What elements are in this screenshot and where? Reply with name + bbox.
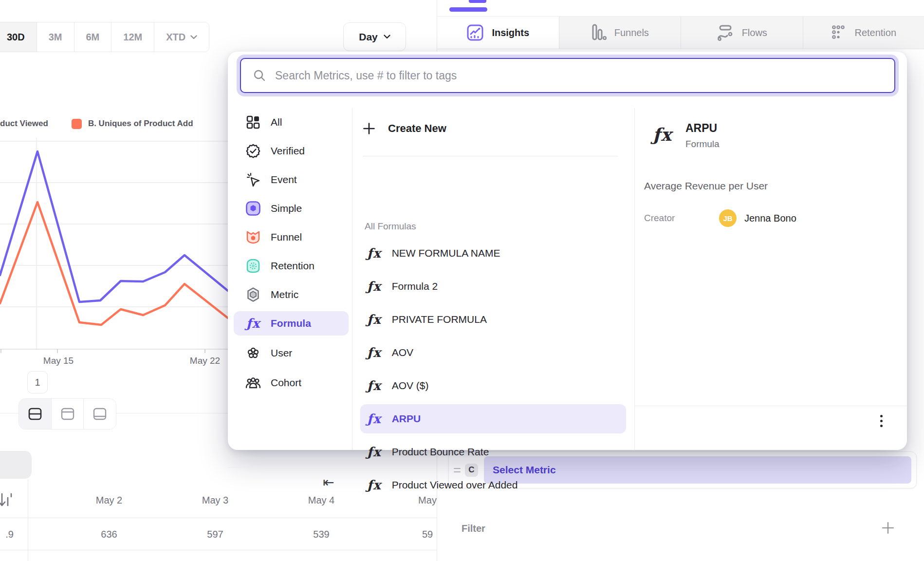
create-new-button[interactable]: Create New (363, 116, 446, 141)
section-label: All Formulas (365, 221, 416, 232)
create-new-label: Create New (388, 122, 446, 135)
category-label: Simple (271, 203, 302, 214)
user-icon (244, 345, 262, 361)
divider (363, 156, 618, 156)
detail-description: Average Revenue per User (644, 180, 768, 192)
formula-fx-icon: ƒx (367, 479, 381, 491)
app-screen: 30D 3M 6M 12M XTD Day duct Viewed B. Uni… (0, 0, 924, 561)
funnel-icon (244, 230, 262, 244)
more-options-icon[interactable] (880, 415, 883, 427)
formula-name: PRIVATE FORMULA (392, 314, 487, 325)
search-focus-ring (237, 55, 899, 96)
tab-label: Funnels (614, 27, 649, 38)
layout-split-icon (28, 408, 42, 420)
tab-label: Retention (854, 27, 896, 38)
tab-retention[interactable]: Retention (803, 17, 924, 49)
formula-item[interactable]: ƒx PRIVATE FORMULA (360, 305, 626, 334)
formula-fx-icon: ƒx (367, 313, 381, 326)
formula-list-column: Create New All Formulas ƒx NEW FORMULA N… (352, 108, 635, 450)
table-header[interactable]: May 2 (70, 495, 148, 506)
category-label: Cohort (271, 377, 301, 389)
creator-name: Jenna Bono (744, 213, 796, 224)
detail-title: ARPU (685, 122, 720, 135)
category-formula[interactable]: ƒx Formula (234, 311, 349, 336)
category-label: Verified (271, 145, 305, 157)
search-icon (253, 69, 266, 82)
tab-label: Insights (492, 27, 529, 38)
avatar: JB (719, 209, 737, 227)
plus-icon (363, 122, 375, 135)
formula-item[interactable]: ƒx Formula 2 (360, 272, 626, 301)
layout-split-button[interactable] (19, 399, 52, 429)
add-filter-button[interactable] (882, 522, 894, 534)
metric-picker-modal: All Verified (228, 52, 907, 450)
formula-item[interactable]: ƒx NEW FORMULA NAME (360, 239, 626, 268)
series-pill-partial[interactable] (0, 451, 32, 479)
formula-fx-icon: ƒx (367, 280, 381, 293)
table-cell: 539 (282, 529, 360, 540)
table-cell: 59 (388, 529, 437, 540)
formula-item[interactable]: ƒx Product Bounce Rate (360, 437, 626, 467)
category-all[interactable]: All (234, 110, 349, 134)
page-number-button[interactable]: 1 (27, 371, 48, 393)
page-number: 1 (35, 377, 40, 388)
formula-name: AOV ($) (392, 380, 429, 392)
event-cursor-icon (244, 172, 262, 187)
formula-item[interactable]: ƒx Product Viewed over Added (360, 470, 626, 500)
tab-funnels[interactable]: Funnels (559, 17, 682, 49)
formula-name: Formula 2 (392, 280, 438, 292)
simple-icon (244, 201, 262, 216)
table-row-line (0, 550, 437, 550)
formula-item[interactable]: ƒx AOV (360, 338, 626, 367)
flows-icon (717, 24, 734, 41)
detail-type: Formula (685, 139, 720, 150)
category-label: User (271, 347, 292, 359)
collapse-sidebar-icon[interactable]: ⇤ (323, 476, 334, 489)
table-cell: 597 (176, 529, 254, 540)
formula-fx-icon: ƒx (367, 346, 381, 359)
active-nav-indicator (469, 0, 486, 3)
formula-name: NEW FORMULA NAME (392, 247, 500, 259)
creator-label: Creator (644, 213, 708, 224)
layout-bottom-button[interactable] (84, 399, 116, 429)
table-header[interactable]: May 3 (176, 495, 254, 506)
formula-item-selected[interactable]: ƒx ARPU (360, 404, 626, 433)
layout-toggle-group (18, 398, 116, 430)
category-metric[interactable]: Metric (234, 282, 349, 307)
category-retention[interactable]: Retention (234, 254, 349, 278)
table-header[interactable]: May 4 (282, 495, 360, 506)
formula-fx-icon: ƒx (244, 317, 262, 330)
table-cell-partial: .9 (0, 529, 14, 540)
category-user[interactable]: User (234, 341, 349, 365)
category-funnel[interactable]: Funnel (234, 225, 349, 249)
table-divider (28, 480, 28, 561)
category-event[interactable]: Event (234, 168, 349, 192)
tab-label: Flows (742, 27, 767, 38)
formula-name: Product Viewed over Added (392, 479, 518, 491)
category-simple[interactable]: Simple (234, 196, 349, 221)
layout-top-icon (61, 408, 74, 420)
cohort-icon (244, 376, 262, 390)
search-field (240, 58, 895, 93)
tab-flows[interactable]: Flows (681, 17, 803, 49)
category-verified[interactable]: Verified (234, 139, 349, 163)
active-nav-underline (449, 7, 487, 12)
category-cohort[interactable]: Cohort (234, 371, 349, 395)
formula-name: ARPU (392, 413, 421, 425)
metric-icon (244, 287, 262, 302)
divider (228, 467, 352, 468)
layout-bottom-icon (93, 408, 107, 420)
category-sidebar: All Verified (228, 108, 352, 450)
formula-fx-icon: ƒx (653, 126, 672, 150)
formula-item[interactable]: ƒx AOV ($) (360, 371, 626, 400)
search-input[interactable] (274, 69, 894, 83)
formula-name: AOV (392, 347, 413, 358)
layout-top-button[interactable] (52, 399, 84, 429)
sort-icon[interactable] (0, 492, 13, 509)
category-label: Formula (271, 318, 311, 329)
divider (634, 406, 907, 406)
tab-insights[interactable]: Insights (437, 17, 559, 49)
funnels-icon (591, 24, 607, 41)
retention-icon (244, 258, 262, 274)
formula-detail-panel: ƒx ARPU Formula Average Revenue per User… (634, 108, 907, 450)
